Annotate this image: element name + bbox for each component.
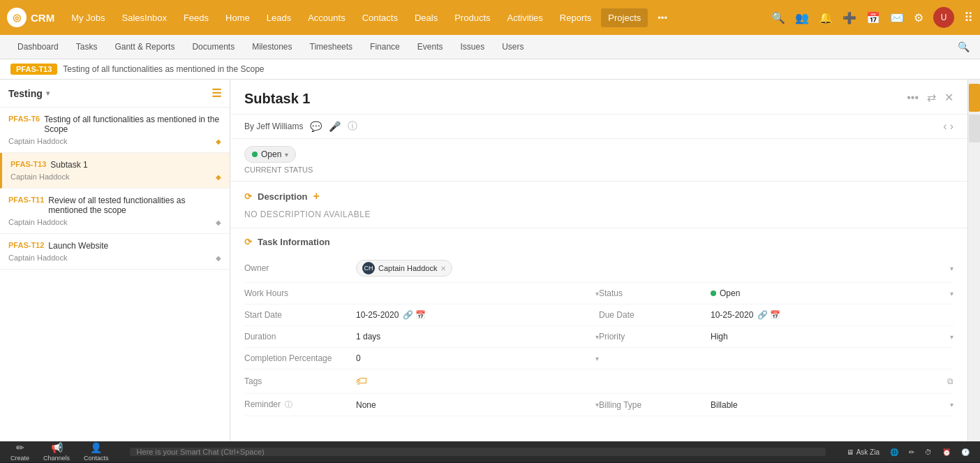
sidebar-title: Testing <box>8 88 43 99</box>
mail-icon[interactable]: ✉️ <box>890 11 904 24</box>
translate-icon: 🌐 <box>890 448 898 456</box>
right-tab-2[interactable] <box>969 115 980 142</box>
app-name: CRM <box>31 12 54 24</box>
close-icon[interactable]: ✕ <box>944 91 953 104</box>
comment-icon[interactable]: 💬 <box>310 121 322 132</box>
task-item-active[interactable]: PFAS-T13 Subtask 1 Captain Haddock ◆ <box>0 153 230 189</box>
nav-more[interactable]: ••• <box>651 8 674 27</box>
subnav-users[interactable]: Users <box>495 38 530 55</box>
start-date-calendar-icon[interactable]: 📅 <box>415 310 426 320</box>
create-button[interactable]: ✏ Create <box>10 442 29 462</box>
add-tag-button[interactable]: 🏷 <box>356 375 367 388</box>
due-date-calendar-icon[interactable]: 📅 <box>770 310 780 320</box>
ask-zia-button[interactable]: 🖥 Ask Zia <box>847 448 879 456</box>
subnav-finance[interactable]: Finance <box>363 38 407 55</box>
priority-label: Priority <box>599 332 711 341</box>
subnav-tasks[interactable]: Tasks <box>69 38 105 55</box>
duration: 1 days <box>356 332 380 341</box>
start-date-link-icon[interactable]: 🔗 <box>403 310 413 320</box>
reminder: None <box>356 400 376 410</box>
nav-contacts[interactable]: Contacts <box>355 8 405 27</box>
info-icon[interactable]: ⓘ <box>348 120 357 133</box>
status-section: Open ▾ CURRENT STATUS <box>230 139 967 182</box>
work-hours-value: ▾ <box>356 290 599 297</box>
create-label: Create <box>10 455 29 462</box>
bell-icon[interactable]: 🔔 <box>819 11 833 24</box>
subnav-documents[interactable]: Documents <box>185 38 242 55</box>
status-dropdown[interactable]: ▾ <box>950 290 953 297</box>
remove-owner-button[interactable]: ✕ <box>440 265 446 272</box>
channels-button[interactable]: 📢 Channels <box>43 442 70 462</box>
right-tab-1[interactable] <box>969 84 980 112</box>
copy-icon[interactable]: ⧉ <box>947 376 953 386</box>
edit-button[interactable]: ✏ <box>909 448 914 456</box>
settings-icon[interactable]: ⚙ <box>914 11 923 24</box>
start-date-row: Start Date 10-25-2020 🔗 📅 <box>244 304 599 326</box>
owner-value: CH Captain Haddock ✕ ▾ <box>356 260 953 277</box>
nav-activities[interactable]: Activities <box>500 8 550 27</box>
more-options-icon[interactable]: ••• <box>907 91 919 104</box>
main-layout: Testing ▾ ☰ PFAS-T6 Testing of all funct… <box>0 80 980 441</box>
subnav-events[interactable]: Events <box>410 38 450 55</box>
priority-icon: ◆ <box>216 254 221 262</box>
users-icon[interactable]: 👥 <box>795 11 809 24</box>
search-icon[interactable]: 🔍 <box>771 11 785 24</box>
add-icon[interactable]: ➕ <box>842 11 856 24</box>
billing-dropdown[interactable]: ▾ <box>950 401 953 409</box>
nav-products[interactable]: Products <box>447 8 497 27</box>
transfer-icon[interactable]: ⇄ <box>927 91 936 104</box>
reminder-info-icon: ⓘ <box>285 400 292 409</box>
smart-chat-input[interactable]: Here is your Smart Chat (Ctrl+Space) <box>130 448 826 456</box>
completion: 0 <box>356 353 361 363</box>
grid-icon[interactable]: ⠿ <box>964 10 973 25</box>
history-icon: 🕐 <box>961 448 970 456</box>
alarm-button[interactable]: ⏰ <box>942 448 951 456</box>
subnav-gantt[interactable]: Gantt & Reports <box>107 38 181 55</box>
due-date-icons: 🔗 📅 <box>757 310 780 320</box>
add-description-button[interactable]: + <box>313 190 320 203</box>
subnav-search[interactable]: 🔍 <box>958 41 970 52</box>
nav-deals[interactable]: Deals <box>408 8 445 27</box>
task-item[interactable]: PFAS-T11 Review of all tested functional… <box>0 189 230 234</box>
nav-feeds[interactable]: Feeds <box>177 8 216 27</box>
mic-icon[interactable]: 🎤 <box>329 121 341 132</box>
timer-button[interactable]: ⏱ <box>925 448 932 456</box>
calendar-icon[interactable]: 📅 <box>866 11 880 24</box>
next-task-icon[interactable]: › <box>950 120 953 133</box>
contacts-label: Contacts <box>84 455 109 462</box>
due-date-link-icon[interactable]: 🔗 <box>757 310 768 320</box>
subnav-dashboard[interactable]: Dashboard <box>10 38 66 55</box>
status-value: Open <box>720 288 740 298</box>
subnav-milestones[interactable]: Milestones <box>245 38 299 55</box>
start-date-label: Start Date <box>244 310 356 320</box>
sidebar-menu-icon[interactable]: ☰ <box>211 87 221 100</box>
subnav-issues[interactable]: Issues <box>453 38 491 55</box>
nav-myjobs[interactable]: My Jobs <box>64 8 112 27</box>
task-title: Subtask 1 <box>50 160 221 170</box>
nav-home[interactable]: Home <box>218 8 257 27</box>
task-item[interactable]: PFAS-T6 Testing of all functionalities a… <box>0 108 230 153</box>
description-title: ⟳ Description + <box>244 190 953 203</box>
duration-label: Duration <box>244 332 356 341</box>
subnav-timesheets[interactable]: Timesheets <box>303 38 360 55</box>
prev-task-icon[interactable]: ‹ <box>943 120 946 133</box>
priority-dropdown[interactable]: ▾ <box>950 333 953 341</box>
nav-leads[interactable]: Leads <box>260 8 298 27</box>
nav-projects[interactable]: Projects <box>601 8 648 27</box>
user-avatar[interactable]: U <box>933 7 954 28</box>
app-logo[interactable]: ◎ CRM <box>7 8 54 27</box>
nav-accounts[interactable]: Accounts <box>301 8 352 27</box>
contacts-button[interactable]: 👤 Contacts <box>84 442 109 462</box>
owner-dropdown-icon[interactable]: ▾ <box>950 265 953 272</box>
breadcrumb-badge[interactable]: PFAS-T13 <box>10 64 57 75</box>
status-badge[interactable]: Open ▾ <box>244 146 296 163</box>
task-item[interactable]: PFAS-T12 Launch Website Captain Haddock … <box>0 234 230 270</box>
sidebar-title-group[interactable]: Testing ▾ <box>8 88 50 99</box>
nav-icons: 🔍 👥 🔔 ➕ 📅 ✉️ ⚙ U ⠿ <box>771 7 973 28</box>
work-hours-label: Work Hours <box>244 288 356 298</box>
translate-button[interactable]: 🌐 <box>890 448 898 456</box>
nav-reports[interactable]: Reports <box>553 8 599 27</box>
owner-chip[interactable]: CH Captain Haddock ✕ <box>356 260 452 277</box>
history-button[interactable]: 🕐 <box>961 448 970 456</box>
nav-salesinbox[interactable]: SalesInbox <box>115 8 174 27</box>
